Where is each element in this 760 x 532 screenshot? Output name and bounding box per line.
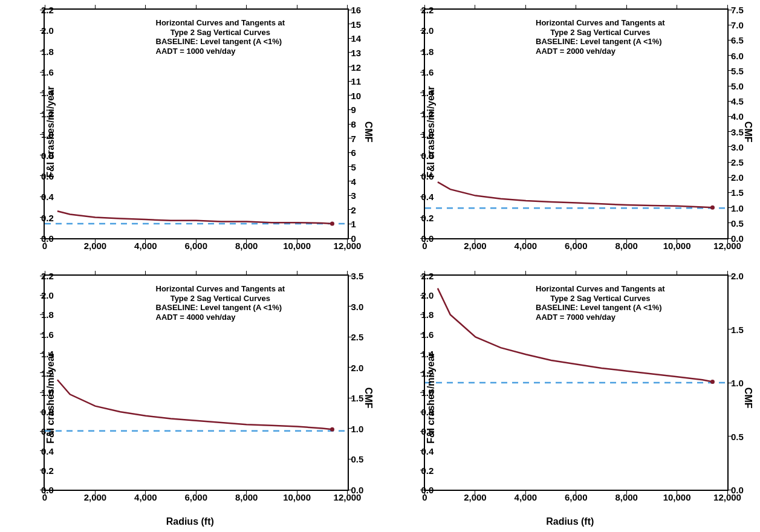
- x-tick-label: 10,000: [283, 492, 311, 502]
- annotation-line: Horizontal Curves and Tangents at: [536, 18, 665, 28]
- annotation-line: Type 2 Sag Vertical Curves: [155, 28, 285, 37]
- end-marker: [330, 427, 334, 432]
- panel-2: 02,0004,0006,0008,00010,00012,0000.00.20…: [380, 0, 761, 266]
- x-tick-label: 8,000: [235, 241, 258, 251]
- x-tick-label: 6,000: [565, 241, 588, 251]
- x-tick-label: 4,000: [515, 241, 538, 251]
- x-tick-label: 8,000: [235, 492, 258, 502]
- plot-frame: 02,0004,0006,0008,00010,00012,0000.00.20…: [424, 8, 729, 239]
- annotation-line: Horizontal Curves and Tangents at: [155, 284, 285, 294]
- panel-annotation: Horizontal Curves and Tangents atType 2 …: [155, 284, 285, 322]
- x-tick-label: 4,000: [134, 492, 157, 502]
- y-axis-right-label: CMF: [363, 122, 374, 143]
- x-tick-label: 12,000: [334, 241, 362, 251]
- x-tick-label: 8,000: [615, 241, 638, 251]
- end-marker: [710, 206, 714, 210]
- panel-4: 02,0004,0006,0008,00010,00012,0000.00.20…: [380, 266, 761, 532]
- annotation-line: AADT = 1000 veh/day: [155, 47, 285, 56]
- x-tick-label: 4,000: [515, 492, 538, 502]
- end-marker: [330, 221, 334, 225]
- annotation-line: Type 2 Sag Vertical Curves: [155, 294, 285, 303]
- y-axis-right-label: CMF: [743, 122, 754, 143]
- plot-frame: 02,0004,0006,0008,00010,00012,0000.00.20…: [44, 8, 349, 239]
- x-tick-label: 4,000: [134, 241, 157, 251]
- annotation-line: Type 2 Sag Vertical Curves: [536, 294, 665, 303]
- y-axis-left-label: F&I crashes/mi/year: [425, 86, 436, 178]
- x-tick-label: 2,000: [84, 492, 107, 502]
- annotation-line: BASELINE: Level tangent (A <1%): [155, 303, 285, 313]
- panel-annotation: Horizontal Curves and Tangents atType 2 …: [536, 284, 665, 322]
- annotation-line: AADT = 4000 veh/day: [155, 313, 285, 322]
- plot-frame: 02,0004,0006,0008,00010,00012,0000.00.20…: [44, 274, 349, 491]
- x-tick-label: 10,000: [663, 241, 691, 251]
- plot-frame: 02,0004,0006,0008,00010,00012,0000.00.20…: [424, 274, 729, 491]
- x-tick-label: 10,000: [663, 492, 691, 502]
- y-axis-left-label: F&I crashes/mi/year: [45, 86, 56, 178]
- data-curve: [437, 182, 712, 207]
- x-tick-label: 2,000: [464, 241, 487, 251]
- chart-grid: 02,0004,0006,0008,00010,00012,0000.00.20…: [0, 0, 760, 532]
- annotation-line: Horizontal Curves and Tangents at: [536, 284, 665, 294]
- y-axis-left-label: F&I crashes/mi/year: [425, 352, 436, 444]
- y-axis-left-label: F&I crashes/mi/year: [45, 352, 56, 444]
- x-tick-label: 10,000: [283, 241, 311, 251]
- annotation-line: Horizontal Curves and Tangents at: [155, 18, 285, 28]
- panel-annotation: Horizontal Curves and Tangents atType 2 …: [536, 18, 665, 56]
- end-marker: [710, 380, 714, 384]
- annotation-line: BASELINE: Level tangent (A <1%): [536, 303, 665, 313]
- x-tick-label: 2,000: [84, 241, 107, 251]
- y-axis-right-label: CMF: [363, 388, 374, 409]
- x-tick-label: 6,000: [184, 241, 207, 251]
- annotation-line: Type 2 Sag Vertical Curves: [536, 28, 665, 37]
- x-tick-label: 2,000: [464, 492, 487, 502]
- panel-1: 02,0004,0006,0008,00010,00012,0000.00.20…: [0, 0, 380, 266]
- annotation-line: AADT = 2000 veh/day: [536, 47, 665, 56]
- data-curve: [57, 380, 333, 429]
- x-tick-label: 6,000: [184, 492, 207, 502]
- x-axis-label: Radius (ft): [546, 516, 594, 527]
- data-curve: [57, 211, 333, 224]
- x-axis-label: Radius (ft): [166, 516, 214, 527]
- panel-annotation: Horizontal Curves and Tangents atType 2 …: [155, 18, 285, 56]
- x-tick-label: 6,000: [565, 492, 588, 502]
- panel-3: 02,0004,0006,0008,00010,00012,0000.00.20…: [0, 266, 380, 532]
- x-tick-label: 8,000: [615, 492, 638, 502]
- annotation-line: AADT = 7000 veh/day: [536, 313, 665, 322]
- y-axis-right-label: CMF: [743, 388, 754, 409]
- annotation-line: BASELINE: Level tangent (A <1%): [536, 37, 665, 47]
- annotation-line: BASELINE: Level tangent (A <1%): [155, 37, 285, 47]
